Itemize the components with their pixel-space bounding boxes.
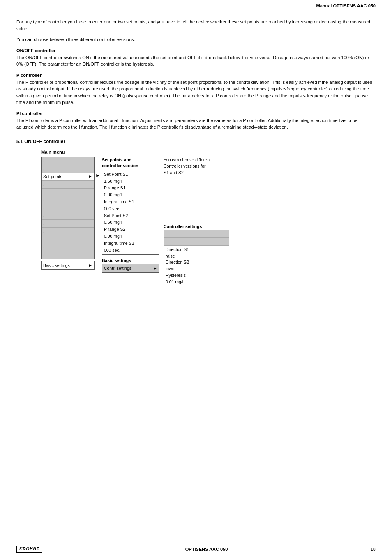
- page: Manual OPTISENS AAC 050 For any type of …: [0, 0, 392, 555]
- chapter-heading: 5.1 ON/OFF controller: [16, 139, 376, 144]
- ctrl-row-1: .: [164, 230, 229, 238]
- left-menu-row-11: .: [42, 235, 94, 243]
- ctrl-settings-box: . . Direction S1 raise Direction S2 lowe…: [164, 230, 229, 287]
- basic-settings-section: Basic settings Contr. settings ►: [102, 258, 159, 273]
- paragraph-1: For any type of controller you have to e…: [16, 18, 376, 32]
- col2-item-1: Set Point S1: [104, 171, 157, 178]
- basic-settings-box: Basic settings ►: [41, 261, 95, 270]
- header-title: Manual OPTISENS AAC 050: [316, 3, 376, 8]
- setpoints-arrow: ►: [88, 174, 92, 179]
- col2-item-8: 0.50 mg/l: [104, 219, 157, 226]
- col2-item-4: 0.00 mg/l: [104, 191, 157, 198]
- on-off-section: ON/OFF controller The ON/OFF controller …: [16, 48, 376, 68]
- col2-item-11: Integral time S2: [104, 240, 157, 247]
- col3-line2: Controller versions for: [164, 164, 206, 168]
- col2-item-9: P range S2: [104, 226, 157, 233]
- left-menu-row-4: .: [42, 181, 94, 189]
- left-menu-row-5: .: [42, 189, 94, 196]
- p-controller-section: P controller The P controller or proport…: [16, 73, 376, 106]
- p-ctrl-text: The P controller or proportional control…: [16, 79, 376, 106]
- col3: You can choose different Controller vers…: [164, 157, 229, 287]
- left-menu-row-1: .: [42, 157, 94, 165]
- setpoints-label: Set points: [43, 174, 62, 179]
- col2-header-line2: controller version: [102, 163, 138, 168]
- col3-line1: You can choose different: [164, 157, 211, 162]
- left-menu-row-6: .: [42, 196, 94, 204]
- col2-item-7: Set Point S2: [104, 212, 157, 219]
- basic-settings-label: Basic settings: [43, 263, 70, 268]
- left-menu-top-group: . . Set points ► . . . . . . . .: [41, 157, 95, 259]
- col1-wrapper: . . Set points ► . . . . . . . .: [41, 157, 95, 270]
- main-content: For any type of controller you have to e…: [0, 11, 392, 311]
- col2-items-box: Set Point S1 1.50 mg/l P range S1 0.00 m…: [102, 170, 159, 255]
- col3-top-text: You can choose different Controller vers…: [164, 157, 229, 176]
- page-header: Manual OPTISENS AAC 050: [0, 0, 392, 11]
- arrow-right-1: ►: [95, 173, 101, 178]
- diagram-main: . . Set points ► . . . . . . . .: [41, 157, 376, 287]
- ctrl-settings-header: Controller settings: [164, 224, 229, 229]
- col2-item-3: P range S1: [104, 184, 157, 191]
- col3-line3: S1 and S2: [164, 170, 184, 175]
- left-menu-row-8: .: [42, 212, 94, 220]
- arrow-col1-col2: ►: [95, 157, 101, 178]
- contr-settings-arrow: ►: [153, 266, 157, 271]
- pi-ctrl-title: PI controller: [16, 111, 376, 116]
- col2-item-6: 000 sec.: [104, 205, 157, 212]
- col2-header: Set points and controller version: [102, 157, 159, 169]
- col2: Set points and controller version Set Po…: [102, 157, 159, 273]
- pi-controller-section: PI controller The PI controller is a P c…: [16, 111, 376, 131]
- left-menu-row-9: .: [42, 220, 94, 228]
- contr-settings-box: Contr. settings ►: [102, 264, 159, 273]
- left-menu-row-12: .: [42, 243, 94, 251]
- left-menu-row-10: .: [42, 228, 94, 235]
- main-menu-label: Main menu: [41, 150, 376, 154]
- left-menu-row-7: .: [42, 204, 94, 212]
- p-ctrl-title: P controller: [16, 73, 376, 78]
- ctrl-settings-section: Controller settings . . Direction S1 rai…: [164, 224, 229, 287]
- left-menu-row-2: .: [42, 165, 94, 173]
- col2-item-12: 000 sec.: [104, 247, 157, 254]
- footer-center: OPTISENS AAC 050: [185, 547, 228, 552]
- basic-settings-section-label: Basic settings: [102, 258, 159, 263]
- paragraph-2: You can choose between three different c…: [16, 36, 376, 43]
- basic-settings-row: Basic settings ►: [41, 261, 95, 270]
- left-menu-row-setpoints: Set points ►: [42, 173, 94, 181]
- basic-settings-arrow: ►: [88, 263, 92, 267]
- col2-item-2: 1.50 mg/l: [104, 178, 157, 185]
- on-off-text: The ON/OFF controller switches ON if the…: [16, 54, 376, 68]
- col2-item-10: 0.00 mg/l: [104, 233, 157, 240]
- contr-settings-label: Contr. settings: [104, 266, 131, 271]
- ctrl-row-2: .: [164, 238, 229, 246]
- ctrl-row-data: Direction S1 raise Direction S2 lower Hy…: [164, 246, 229, 286]
- page-footer: KROHNE OPTISENS AAC 050 18: [0, 543, 392, 555]
- col2-item-5: Integral time S1: [104, 198, 157, 205]
- left-menu-row-13: .: [42, 251, 94, 259]
- footer-page: 18: [371, 547, 376, 552]
- on-off-title: ON/OFF controller: [16, 48, 376, 53]
- menu-diagram: Main menu . . Set points ► . . .: [41, 150, 376, 287]
- footer-logo: KROHNE: [16, 546, 42, 553]
- pi-ctrl-text: The PI controller is a P controller with…: [16, 117, 376, 131]
- col2-header-line1: Set points and: [102, 157, 131, 162]
